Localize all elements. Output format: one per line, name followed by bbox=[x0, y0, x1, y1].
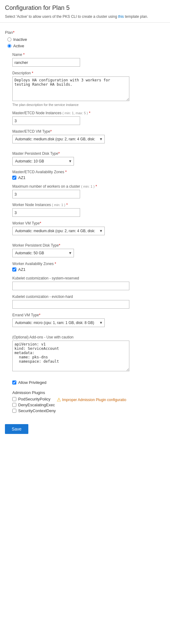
template-link[interactable]: this bbox=[118, 14, 124, 19]
worker-node-instances-group: Worker Node Instances ( min: 1 ) * bbox=[12, 203, 165, 217]
page-header: Configuration for Plan 5 Select 'Active'… bbox=[0, 0, 170, 23]
master-etcd-vm-type-select[interactable]: Automatic: medium.disk (cpu: 2, ram: 4 G… bbox=[12, 135, 105, 143]
worker-vm-type-select-container: Automatic: medium.disk (cpu: 2, ram: 4 G… bbox=[12, 227, 105, 235]
plan-radio-group: Inactive Active bbox=[7, 37, 165, 48]
master-etcd-instances-hint: ( min: 1, max: 5 ) bbox=[63, 111, 88, 115]
master-persistent-disk-label: Master Persistent Disk Type* bbox=[12, 151, 165, 156]
addons-textarea[interactable]: apiVersion: v1 kind: ServiceAccount meta… bbox=[12, 341, 129, 371]
worker-az-label: Worker Availability Zones * bbox=[12, 262, 165, 266]
page-subtitle: Select 'Active' to allow users of the PK… bbox=[5, 14, 165, 19]
admission-plugins-group: Admission Plugins PodSecurityPolicy ⚠ Im… bbox=[12, 390, 165, 413]
kubelet-eviction-hard-input[interactable] bbox=[12, 300, 129, 309]
addons-label: (Optional) Add-ons - Use with caution bbox=[12, 335, 165, 339]
master-etcd-instances-label: Master/ETCD Node Instances ( min: 1, max… bbox=[12, 111, 165, 115]
worker-vm-type-group: Worker VM Type* Automatic: medium.disk (… bbox=[12, 221, 165, 235]
master-az-group: Master/ETCD Availability Zones * AZ1 bbox=[12, 170, 165, 180]
warning-icon: ⚠ bbox=[57, 397, 61, 403]
active-radio-item: Active bbox=[7, 44, 165, 48]
plan-label: Plan* bbox=[5, 30, 165, 35]
description-label: Description * bbox=[12, 71, 165, 75]
active-label[interactable]: Active bbox=[13, 44, 24, 48]
kubelet-eviction-hard-group: Kubelet customization - eviction-hard bbox=[12, 295, 165, 309]
pod-security-policy-row: PodSecurityPolicy ⚠ Improper Admission P… bbox=[12, 397, 165, 403]
worker-node-instances-input[interactable] bbox=[12, 208, 80, 217]
pod-security-policy-item: PodSecurityPolicy bbox=[12, 397, 51, 401]
master-persistent-disk-select-container: Automatic: 10 GB ▼ bbox=[12, 157, 74, 166]
worker-az1-item: AZ1 bbox=[12, 267, 165, 272]
master-etcd-vm-type-group: Master/ETCD VM Type* Automatic: medium.d… bbox=[12, 129, 165, 143]
inactive-radio[interactable] bbox=[7, 37, 11, 41]
errand-vm-type-select-container: Automatic: micro (cpu: 1, ram: 1 GB, dis… bbox=[12, 318, 105, 327]
admission-warning-text: Improper Admission Plugin configuratio bbox=[62, 398, 126, 402]
active-radio[interactable] bbox=[7, 44, 11, 48]
security-context-deny-label[interactable]: SecurityContextDeny bbox=[18, 408, 56, 413]
master-az-label: Master/ETCD Availability Zones * bbox=[12, 170, 165, 174]
addons-scroll-area: apiVersion: v1 kind: ServiceAccount meta… bbox=[12, 341, 165, 372]
pod-security-policy-label[interactable]: PodSecurityPolicy bbox=[18, 397, 51, 401]
kubelet-system-reserved-input[interactable] bbox=[12, 282, 129, 290]
kubelet-eviction-hard-label: Kubelet customization - eviction-hard bbox=[12, 295, 165, 299]
inactive-radio-item: Inactive bbox=[7, 37, 165, 42]
worker-az1-checkbox[interactable] bbox=[12, 267, 16, 271]
security-context-deny-checkbox[interactable] bbox=[12, 409, 16, 413]
worker-persistent-disk-select-container: Automatic: 50 GB ▼ bbox=[12, 249, 74, 257]
errand-vm-type-label: Errand VM Type* bbox=[12, 313, 165, 317]
deny-escalating-exec-checkbox[interactable] bbox=[12, 403, 16, 407]
worker-node-instances-hint: ( min: 1 ) bbox=[52, 203, 65, 207]
security-context-deny-item: SecurityContextDeny bbox=[12, 408, 165, 413]
allow-privileged-item: Allow Privileged bbox=[12, 380, 165, 385]
admission-plugins-title: Admission Plugins bbox=[12, 390, 165, 395]
description-hint: The plan description for the service ins… bbox=[12, 103, 165, 107]
kubelet-system-reserved-group: Kubelet customization - system-reserved bbox=[12, 276, 165, 290]
master-persistent-disk-group: Master Persistent Disk Type* Automatic: … bbox=[12, 151, 165, 166]
worker-vm-type-select[interactable]: Automatic: medium.disk (cpu: 2, ram: 4 G… bbox=[12, 227, 105, 235]
worker-az-group: Worker Availability Zones * AZ1 bbox=[12, 262, 165, 272]
save-button[interactable]: Save bbox=[5, 424, 28, 434]
master-az1-checkbox[interactable] bbox=[12, 176, 16, 180]
name-input[interactable] bbox=[12, 58, 80, 67]
max-workers-input[interactable] bbox=[12, 190, 80, 198]
description-textarea[interactable]: Deploys HA configuration with 3 workers … bbox=[12, 76, 129, 101]
allow-privileged-checkbox[interactable] bbox=[12, 381, 16, 384]
worker-persistent-disk-group: Worker Persistent Disk Type* Automatic: … bbox=[12, 243, 165, 257]
page-title: Configuration for Plan 5 bbox=[5, 4, 165, 11]
deny-escalating-exec-label[interactable]: DenyEscalatingExec bbox=[18, 403, 55, 407]
name-group: Name * bbox=[12, 53, 165, 67]
form-container: Plan* Inactive Active Name * Description… bbox=[0, 23, 170, 440]
max-workers-group: Maximum number of workers on a cluster (… bbox=[12, 184, 165, 198]
errand-vm-type-group: Errand VM Type* Automatic: micro (cpu: 1… bbox=[12, 313, 165, 327]
errand-vm-type-select[interactable]: Automatic: micro (cpu: 1, ram: 1 GB, dis… bbox=[12, 318, 105, 327]
master-az1-item: AZ1 bbox=[12, 175, 165, 180]
kubelet-system-reserved-label: Kubelet customization - system-reserved bbox=[12, 276, 165, 280]
master-etcd-instances-input[interactable] bbox=[12, 116, 80, 125]
description-group: Description * Deploys HA configuration w… bbox=[12, 71, 165, 107]
allow-privileged-label[interactable]: Allow Privileged bbox=[18, 380, 47, 385]
admission-warning: ⚠ Improper Admission Plugin configuratio bbox=[57, 397, 126, 403]
master-etcd-vm-type-select-container: Automatic: medium.disk (cpu: 2, ram: 4 G… bbox=[12, 135, 105, 143]
name-label: Name * bbox=[12, 53, 165, 57]
worker-persistent-disk-label: Worker Persistent Disk Type* bbox=[12, 243, 165, 248]
worker-persistent-disk-select[interactable]: Automatic: 50 GB bbox=[12, 249, 74, 257]
worker-vm-type-label: Worker VM Type* bbox=[12, 221, 165, 225]
max-workers-label: Maximum number of workers on a cluster (… bbox=[12, 184, 165, 189]
worker-az1-label[interactable]: AZ1 bbox=[18, 267, 26, 272]
master-etcd-vm-type-label: Master/ETCD VM Type* bbox=[12, 129, 165, 134]
master-persistent-disk-select[interactable]: Automatic: 10 GB bbox=[12, 157, 74, 166]
allow-privileged-group: Allow Privileged bbox=[12, 380, 165, 385]
master-az1-label[interactable]: AZ1 bbox=[18, 175, 26, 180]
master-etcd-instances-group: Master/ETCD Node Instances ( min: 1, max… bbox=[12, 111, 165, 125]
pod-security-policy-checkbox[interactable] bbox=[12, 397, 16, 401]
max-workers-hint: ( min: 1 ) bbox=[81, 185, 94, 188]
inactive-label[interactable]: Inactive bbox=[13, 37, 27, 42]
deny-escalating-exec-item: DenyEscalatingExec bbox=[12, 403, 165, 407]
worker-node-instances-label: Worker Node Instances ( min: 1 ) * bbox=[12, 203, 165, 207]
addons-group: (Optional) Add-ons - Use with caution ap… bbox=[12, 335, 165, 372]
admission-plugins-list: PodSecurityPolicy ⚠ Improper Admission P… bbox=[12, 397, 165, 413]
